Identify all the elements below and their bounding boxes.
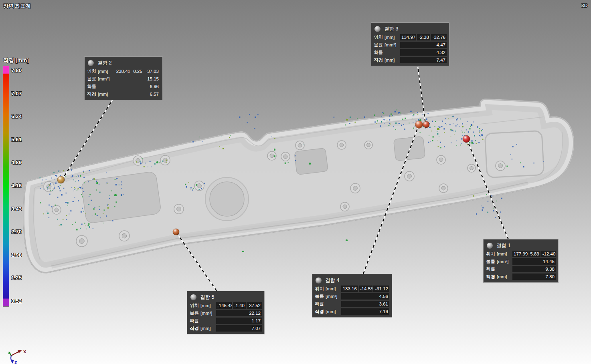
position-row: 위치[mm] -145.48 -1.40 37.52: [190, 302, 262, 309]
defect-annotation-5[interactable]: 결함 5 위치[mm] -145.48 -1.40 37.52 볼륨[mm³] …: [187, 291, 265, 334]
defect-sphere-icon: [316, 278, 322, 284]
position-label: 위치: [315, 286, 324, 292]
z-axis-arrowhead: [10, 360, 14, 364]
position-unit: [mm]: [385, 35, 395, 40]
color-scale-tick: 1.25: [11, 275, 22, 281]
color-scale-tick: 7.80: [11, 67, 22, 73]
probability-value: 3.61: [341, 301, 389, 307]
diameter-row: 직경[mm] 6.57: [87, 91, 160, 97]
position-row: 위치[mm] 134.97 -2.38 -32.76: [374, 34, 447, 40]
3d-viewport[interactable]: { "view": { "scene_label": "장면 좌표계", "mo…: [0, 0, 591, 364]
position-x: 177.99: [512, 251, 528, 257]
defect-annotation-2[interactable]: 결함 2 위치[mm] -238.41 0.25 -37.03 볼륨[mm³] …: [84, 56, 163, 100]
position-unit: [mm]: [326, 286, 336, 291]
position-z: -32.76: [431, 34, 447, 40]
defect-header: 결함 1: [486, 241, 556, 249]
color-scale-gradient: [3, 66, 9, 306]
volume-label: 볼륨: [486, 259, 495, 265]
color-scale-tick: 4.89: [11, 159, 22, 165]
defect-title: 결함 2: [97, 60, 111, 66]
color-scale-tick: 0.52: [11, 298, 22, 304]
axis-origin: [10, 355, 12, 356]
position-label: 위치: [190, 303, 199, 309]
diameter-row: 직경[mm] 7.07: [190, 325, 262, 332]
diameter-label: 직경: [486, 274, 495, 280]
position-y: 0.25: [130, 68, 143, 74]
volume-value: 4.56: [341, 293, 389, 300]
defect-marker-4-shade: [415, 121, 423, 129]
cutout-mid-1: [294, 148, 328, 175]
diameter-label: 직경: [87, 91, 96, 97]
position-x: -238.41: [113, 68, 130, 74]
volume-row: 볼륨[mm³] 14.45: [486, 258, 556, 265]
diameter-row: 직경[mm] 7.19: [315, 308, 389, 315]
volume-unit: [mm³]: [200, 311, 212, 316]
diameter-row: 직경[mm] 7.80: [486, 274, 556, 280]
probability-label: 확률: [87, 84, 96, 90]
position-y: 5.83: [528, 251, 540, 257]
color-scale-ticks: 7.807.076.345.614.894.163.432.701.981.25…: [11, 66, 47, 306]
position-label: 위치: [374, 34, 383, 40]
defect-header: 결함 3: [374, 25, 447, 33]
diameter-value: 7.47: [400, 57, 447, 63]
volume-label: 볼륨: [315, 294, 324, 300]
volume-value: 4.47: [400, 42, 447, 48]
position-z: -12.40: [541, 251, 556, 257]
position-label: 위치: [486, 251, 495, 257]
probability-row: 확률 3.61: [315, 301, 389, 307]
volume-value: 15.15: [113, 76, 160, 82]
defect-header: 결함 4: [315, 276, 389, 284]
probability-value: 4.32: [400, 49, 447, 56]
diameter-unit: [mm]: [385, 58, 395, 62]
defect-sphere-icon: [374, 26, 381, 32]
pocket-right: [485, 131, 544, 177]
defect-sphere-icon: [487, 243, 493, 249]
position-y: -14.53: [359, 286, 372, 292]
color-scale-title: 직경 [mm]: [3, 57, 51, 64]
x-axis-arrowhead: [18, 350, 22, 353]
diameter-value: 7.80: [512, 274, 556, 280]
scene-canvas[interactable]: x z: [0, 0, 591, 364]
position-z: -37.03: [144, 68, 160, 74]
position-row: 위치[mm] 133.16 -14.53 -31.12: [315, 286, 389, 292]
defect-header: 결함 2: [87, 59, 160, 67]
color-scale-tick: 1.98: [11, 251, 22, 257]
position-row: 위치[mm] -238.41 0.25 -37.03: [87, 68, 160, 74]
position-unit: [mm]: [497, 251, 507, 256]
position-y: -1.40: [233, 302, 246, 309]
probability-value: 1.17: [216, 318, 262, 324]
probability-row: 확률 6.96: [87, 83, 160, 90]
color-scale-tick: 6.34: [11, 113, 22, 119]
volume-row: 볼륨[mm³] 15.15: [87, 76, 160, 82]
x-axis-label: x: [23, 348, 26, 354]
defect-annotation-4[interactable]: 결함 4 위치[mm] 133.16 -14.53 -31.12 볼륨[mm³]…: [312, 274, 392, 318]
color-scale-tick: 2.70: [11, 229, 22, 235]
diameter-value: 6.57: [113, 91, 160, 97]
position-z: 37.52: [247, 302, 262, 309]
defect-title: 결함 4: [325, 277, 339, 284]
x-axis-arrow: [11, 352, 19, 356]
diameter-value: 7.19: [341, 308, 389, 315]
position-z: -31.12: [373, 286, 390, 292]
defect-marker-5-shade: [173, 229, 179, 235]
defect-annotation-1[interactable]: 결함 1 위치[mm] 177.99 5.83 -12.40 볼륨[mm³] 1…: [483, 239, 559, 283]
position-unit: [mm]: [200, 303, 211, 308]
color-scale-tick: 3.43: [11, 205, 22, 211]
defect-marker-3-shade: [423, 121, 429, 128]
diameter-label: 직경: [374, 57, 383, 63]
volume-label: 볼륨: [190, 310, 199, 316]
diameter-value: 7.07: [216, 325, 262, 332]
volume-unit: [mm³]: [326, 294, 337, 299]
position-y: -2.38: [417, 34, 430, 40]
probability-value: 6.96: [113, 83, 160, 90]
defect-sphere-icon: [190, 294, 196, 300]
defect-annotation-3[interactable]: 결함 3 위치[mm] 134.97 -2.38 -32.76 볼륨[mm³] …: [371, 22, 449, 66]
color-scale-tick: 7.07: [11, 90, 22, 96]
defect-title: 결함 1: [496, 242, 510, 249]
cutout-circle: [210, 182, 244, 216]
probability-label: 확률: [486, 266, 495, 272]
defect-marker-1-shade: [463, 135, 470, 143]
volume-value: 22.12: [216, 310, 262, 316]
diameter-unit: [mm]: [497, 274, 507, 279]
volume-value: 14.45: [512, 258, 556, 265]
